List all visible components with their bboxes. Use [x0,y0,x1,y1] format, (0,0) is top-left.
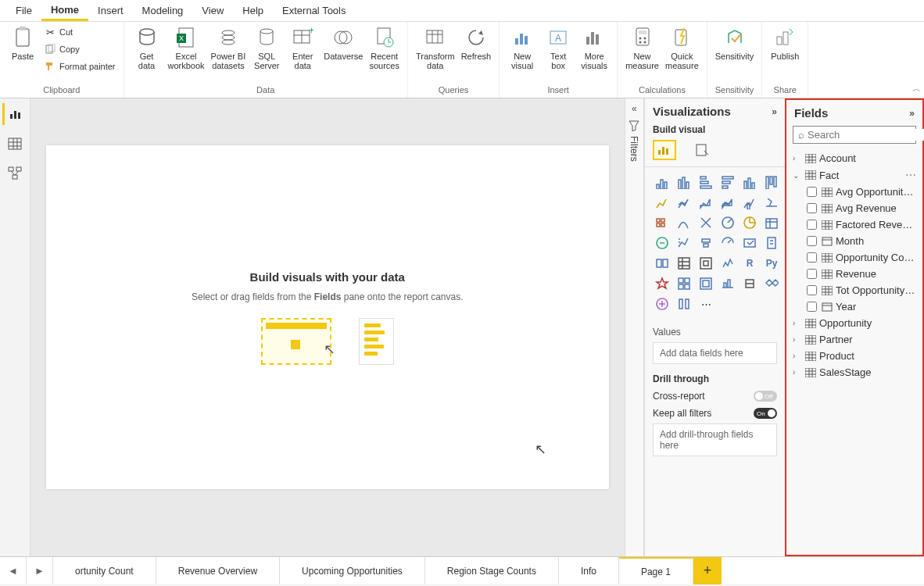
tabs-scroll-right[interactable]: ► [27,557,53,584]
field-month[interactable]: Month [790,233,919,249]
viz-type-32[interactable] [740,275,759,292]
new-visual-button[interactable]: New visual [504,23,540,72]
viz-type-16[interactable] [740,214,759,231]
viz-type-27[interactable] [718,255,737,272]
report-view-button[interactable] [2,103,27,125]
viz-type-33[interactable] [762,275,781,292]
tabs-scroll-left[interactable]: ◄ [0,557,27,584]
sql-server-button[interactable]: SQL Server [249,23,285,72]
viz-type-py[interactable]: Py [762,255,781,272]
fields-search-input[interactable] [808,129,924,141]
expand-filters-icon[interactable]: « [632,103,637,114]
menu-help[interactable]: Help [233,2,273,20]
enter-data-button[interactable]: +Enter data [285,23,321,72]
publish-button[interactable]: Publish [767,23,803,63]
viz-type-28[interactable] [653,275,672,292]
viz-type-6[interactable] [653,194,672,211]
viz-type-8[interactable] [697,194,715,211]
field-revenue[interactable]: Revenue [790,266,919,282]
viz-type-35[interactable] [675,295,693,313]
menu-insert[interactable]: Insert [88,2,133,20]
viz-type-31[interactable] [718,275,737,292]
quick-measure-button[interactable]: Quick measure [662,23,702,72]
table-salesstage[interactable]: ›SalesStage [790,364,919,381]
viz-type-17[interactable] [762,214,781,231]
format-visual-tab[interactable] [690,140,714,160]
viz-type-24[interactable] [653,255,672,272]
keep-filters-toggle[interactable]: On [754,408,777,419]
page-tab-3[interactable]: Region Stage Counts [425,557,559,584]
cut-button[interactable]: ✂Cut [41,23,119,41]
field-checkbox[interactable] [807,285,817,295]
viz-type-0[interactable] [653,173,672,191]
collapse-fields-icon[interactable]: » [909,108,915,119]
collapse-viz-icon[interactable]: » [772,106,777,117]
viz-type-20[interactable] [697,234,715,252]
field-checkbox[interactable] [807,187,817,197]
menu-view[interactable]: View [192,2,233,20]
field-tot-opportunity-[interactable]: Tot Opportunity … [790,282,919,298]
build-visual-tab[interactable] [653,140,676,160]
page-tab-5[interactable]: Page 1 [619,557,693,584]
viz-type-15[interactable] [718,214,737,231]
field-checkbox[interactable] [807,203,817,213]
field-avg-opportunity-[interactable]: Avg Opportunity… [790,184,919,200]
fields-search[interactable]: ⌕ [793,126,916,144]
viz-type-4[interactable] [740,173,759,191]
viz-type-2[interactable] [697,173,715,191]
page-tab-1[interactable]: Revenue Overview [156,557,280,584]
transform-data-button[interactable]: Transform data [413,23,458,72]
menu-modeling[interactable]: Modeling [133,2,193,20]
excel-workbook-button[interactable]: XExcel workbook [165,23,208,72]
viz-type-29[interactable] [675,275,693,292]
data-view-button[interactable] [2,133,27,155]
field-year[interactable]: Year [790,298,919,315]
table-partner[interactable]: ›Partner [790,331,919,348]
viz-type-19[interactable] [675,234,693,252]
viz-type-25[interactable] [675,255,693,272]
viz-type-18[interactable] [653,234,672,252]
paste-button[interactable]: Paste [5,23,41,63]
table-product[interactable]: ›Product [790,348,919,364]
recent-sources-button[interactable]: Recent sources [366,23,403,72]
page-tab-0[interactable]: ortunity Count [53,557,156,584]
get-data-button[interactable]: Get data [129,23,165,72]
viz-type-30[interactable] [697,275,715,292]
field-factored-revenue[interactable]: Factored Revenue [790,216,919,233]
new-measure-button[interactable]: New measure [622,23,662,72]
field-opportunity-cou-[interactable]: Opportunity Cou… [790,249,919,266]
viz-more-button[interactable]: ⋯ [697,295,715,313]
refresh-button[interactable]: Refresh [458,23,495,63]
menu-home[interactable]: Home [41,1,88,21]
viz-type-21[interactable] [718,234,737,252]
field-checkbox[interactable] [807,302,817,312]
collapse-ribbon-button[interactable]: ︿ [912,83,921,95]
drillthrough-dropwell[interactable]: Add drill-through fields here [653,423,777,456]
viz-type-5[interactable] [762,173,781,191]
field-checkbox[interactable] [807,269,817,279]
values-dropwell[interactable]: Add data fields here [653,342,777,364]
page-tab-4[interactable]: Info [559,557,619,584]
field-avg-revenue[interactable]: Avg Revenue [790,200,919,216]
dataverse-button[interactable]: Dataverse [321,23,366,63]
add-page-button[interactable]: + [693,557,722,584]
viz-type-9[interactable] [718,194,737,211]
copy-button[interactable]: Copy [41,41,119,58]
menu-external-tools[interactable]: External Tools [273,2,355,20]
format-painter-button[interactable]: Format painter [41,58,119,75]
viz-type-23[interactable] [762,234,781,252]
cross-report-toggle[interactable]: Off [754,391,777,402]
text-box-button[interactable]: AText box [540,23,576,72]
table-fact[interactable]: ⌄Fact⋯ [790,166,919,184]
viz-type-11[interactable] [762,194,781,211]
viz-type-12[interactable] [653,214,672,231]
table-opportunity[interactable]: ›Opportunity [790,315,919,331]
viz-type-22[interactable] [740,234,759,252]
viz-type-7[interactable] [675,194,693,211]
viz-type-r[interactable]: R [740,255,759,272]
viz-type-13[interactable] [675,214,693,231]
more-icon[interactable]: ⋯ [905,169,916,181]
sensitivity-button[interactable]: Sensitivity [712,23,757,63]
viz-type-1[interactable] [675,173,693,191]
viz-type-14[interactable] [697,214,715,231]
